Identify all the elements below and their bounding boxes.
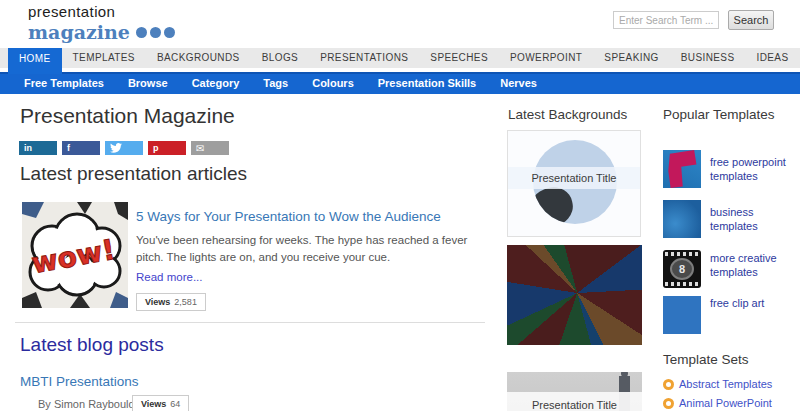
nav-item-speeches[interactable]: SPEECHES: [419, 48, 499, 68]
logo-dots-icon: [136, 27, 175, 38]
rock-graphic: [533, 184, 577, 224]
article-excerpt: You've been rehearsing for weeks. The hy…: [136, 232, 488, 265]
section-divider: [15, 322, 485, 323]
articles-section-heading: Latest presentation articles: [20, 163, 247, 185]
creative-templates-link[interactable]: more creative templates: [710, 251, 800, 280]
logo-line2: magazine: [28, 22, 175, 43]
blog-section-heading: Latest blog posts: [20, 334, 164, 356]
read-more-link[interactable]: Read more...: [136, 271, 202, 283]
free-powerpoint-templates-link[interactable]: free powerpoint templates: [710, 155, 800, 184]
popular-templates-heading: Popular Templates: [663, 107, 775, 122]
backgrounds-sidebar-heading: Latest Backgrounds: [508, 107, 627, 122]
article-title-link[interactable]: 5 Ways for Your Presentation to Wow the …: [136, 209, 441, 224]
site-logo[interactable]: presentation magazine: [28, 3, 175, 43]
nav-item-powerpoint[interactable]: POWERPOINT: [499, 48, 593, 68]
social-share-row: in f p ✉: [19, 141, 229, 155]
subnav-nerves[interactable]: Nerves: [488, 74, 549, 94]
business-templates-thumb[interactable]: [663, 200, 701, 238]
main-navbar: HOME TEMPLATES BACKGROUNDS BLOGS PRESENT…: [0, 48, 800, 68]
pinterest-share-icon[interactable]: p: [148, 141, 186, 155]
background-thumbnail-3[interactable]: Presentation Title: [507, 372, 642, 411]
article-views-badge: Views 2,581: [136, 293, 206, 311]
blog-post-byline: By Simon Raybould: [38, 398, 135, 410]
film-countdown-number: 8: [670, 258, 694, 280]
free-powerpoint-templates-thumb[interactable]: [663, 150, 701, 188]
page-title: Presentation Magazine: [20, 104, 235, 128]
facebook-share-icon[interactable]: f: [62, 141, 100, 155]
subnav-category[interactable]: Category: [180, 74, 252, 94]
page: presentation magazine Search HOME TEMPLA…: [0, 0, 800, 411]
twitter-share-icon[interactable]: [105, 141, 143, 155]
film-perforations: [665, 252, 699, 256]
animal-powerpoint-link[interactable]: Animal PowerPoint: [663, 397, 772, 409]
nav-item-ideas[interactable]: IDEAS: [745, 48, 799, 68]
orange-bullet-icon: [663, 398, 674, 409]
orange-bullet-icon: [663, 379, 674, 390]
search-input[interactable]: [613, 11, 719, 29]
nav-item-blogs[interactable]: BLOGS: [251, 48, 309, 68]
subnav-colours[interactable]: Colours: [300, 74, 366, 94]
blog-post-title-link[interactable]: MBTI Presentations: [20, 374, 139, 389]
free-clip-art-thumb[interactable]: [663, 296, 701, 334]
abstract-templates-link[interactable]: Abstract Templates: [663, 378, 772, 390]
subnav-presentation-skills[interactable]: Presentation Skills: [366, 74, 488, 94]
linkedin-share-icon[interactable]: in: [19, 141, 57, 155]
subnav-tags[interactable]: Tags: [251, 74, 300, 94]
blog-views-badge: Views 64: [132, 395, 189, 411]
nav-item-templates[interactable]: TEMPLATES: [62, 48, 146, 68]
slide-title-band: Presentation Title: [508, 167, 640, 189]
email-share-icon[interactable]: ✉: [191, 141, 229, 155]
free-clip-art-link[interactable]: free clip art: [710, 296, 800, 310]
abstract-shape-graphic: [663, 150, 701, 188]
nav-item-speaking[interactable]: SPEAKING: [593, 48, 669, 68]
template-sets-heading: Template Sets: [663, 352, 749, 367]
business-templates-link[interactable]: business templates: [710, 205, 800, 234]
nav-item-business[interactable]: BUSINESS: [670, 48, 746, 68]
background-thumbnail-1[interactable]: Presentation Title: [507, 130, 641, 237]
logo-line1: presentation: [28, 3, 175, 22]
article-thumbnail-wow[interactable]: wow!: [22, 202, 128, 308]
nav-item-backgrounds[interactable]: BACKGROUNDS: [146, 48, 251, 68]
background-thumbnail-2-starburst[interactable]: [507, 245, 642, 345]
film-perforations: [665, 282, 699, 286]
subnav-free-templates[interactable]: Free Templates: [12, 74, 116, 94]
subnav-browse[interactable]: Browse: [116, 74, 180, 94]
nav-item-home[interactable]: HOME: [8, 48, 62, 74]
sub-navbar: Free Templates Browse Category Tags Colo…: [0, 72, 800, 94]
creative-templates-thumb[interactable]: 8: [663, 250, 701, 288]
nav-item-presentations[interactable]: PRESENTATIONS: [309, 48, 419, 68]
slide-title-band: Presentation Title: [507, 392, 642, 411]
search-button[interactable]: Search: [728, 10, 774, 30]
